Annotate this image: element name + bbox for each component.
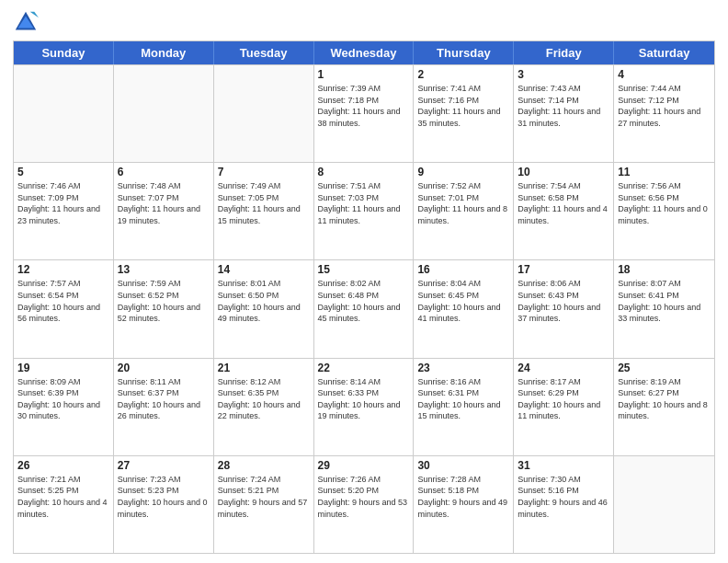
day-cell-empty [114,65,214,162]
day-info: Sunrise: 7:46 AM Sunset: 7:09 PM Dayligh… [17,180,109,226]
day-info: Sunrise: 7:56 AM Sunset: 6:56 PM Dayligh… [618,180,711,226]
week-row-1: 5Sunrise: 7:46 AM Sunset: 7:09 PM Daylig… [14,162,714,259]
day-cell-29: 29Sunrise: 7:26 AM Sunset: 5:20 PM Dayli… [314,456,415,553]
day-number: 1 [318,68,410,81]
day-info: Sunrise: 7:23 AM Sunset: 5:23 PM Dayligh… [118,474,210,520]
day-number: 16 [417,263,509,276]
day-number: 23 [417,362,509,374]
day-number: 21 [218,362,310,374]
day-number: 28 [218,459,310,472]
day-info: Sunrise: 7:59 AM Sunset: 6:52 PM Dayligh… [118,278,210,324]
day-info: Sunrise: 8:14 AM Sunset: 6:33 PM Dayligh… [318,376,410,422]
logo [13,9,42,35]
day-cell-15: 15Sunrise: 8:02 AM Sunset: 6:48 PM Dayli… [314,260,415,357]
day-number: 15 [318,263,410,276]
day-number: 30 [417,459,509,472]
day-cell-2: 2Sunrise: 7:41 AM Sunset: 7:16 PM Daylig… [414,65,514,162]
day-info: Sunrise: 7:49 AM Sunset: 7:05 PM Dayligh… [218,180,310,226]
day-cell-5: 5Sunrise: 7:46 AM Sunset: 7:09 PM Daylig… [14,163,114,259]
day-cell-1: 1Sunrise: 7:39 AM Sunset: 7:18 PM Daylig… [314,65,415,162]
day-info: Sunrise: 8:01 AM Sunset: 6:50 PM Dayligh… [218,278,310,324]
day-number: 13 [118,263,210,276]
day-number: 25 [618,362,711,374]
day-cell-9: 9Sunrise: 7:52 AM Sunset: 7:01 PM Daylig… [414,163,514,259]
day-cell-25: 25Sunrise: 8:19 AM Sunset: 6:27 PM Dayli… [614,359,714,455]
day-cell-16: 16Sunrise: 8:04 AM Sunset: 6:45 PM Dayli… [414,260,514,357]
day-cell-empty [14,65,114,162]
day-cell-12: 12Sunrise: 7:57 AM Sunset: 6:54 PM Dayli… [14,260,114,357]
day-number: 24 [518,362,609,374]
day-info: Sunrise: 7:21 AM Sunset: 5:25 PM Dayligh… [17,474,109,520]
day-cell-28: 28Sunrise: 7:24 AM Sunset: 5:21 PM Dayli… [214,456,314,553]
day-info: Sunrise: 8:17 AM Sunset: 6:29 PM Dayligh… [518,376,609,422]
weekday-header-monday: Monday [114,41,214,64]
day-number: 4 [618,68,711,81]
day-cell-27: 27Sunrise: 7:23 AM Sunset: 5:23 PM Dayli… [114,456,214,553]
day-info: Sunrise: 8:09 AM Sunset: 6:39 PM Dayligh… [17,376,109,422]
day-info: Sunrise: 7:26 AM Sunset: 5:20 PM Dayligh… [318,474,410,520]
day-number: 6 [118,166,210,178]
day-number: 22 [318,362,410,374]
day-number: 18 [618,263,711,276]
page: SundayMondayTuesdayWednesdayThursdayFrid… [0,0,728,563]
day-info: Sunrise: 8:02 AM Sunset: 6:48 PM Dayligh… [318,278,410,324]
day-cell-26: 26Sunrise: 7:21 AM Sunset: 5:25 PM Dayli… [14,456,114,553]
day-info: Sunrise: 7:24 AM Sunset: 5:21 PM Dayligh… [218,474,310,520]
day-cell-11: 11Sunrise: 7:56 AM Sunset: 6:56 PM Dayli… [614,163,714,259]
day-info: Sunrise: 8:11 AM Sunset: 6:37 PM Dayligh… [118,376,210,422]
weekday-header-friday: Friday [514,41,614,64]
day-cell-14: 14Sunrise: 8:01 AM Sunset: 6:50 PM Dayli… [214,260,314,357]
day-info: Sunrise: 7:30 AM Sunset: 5:16 PM Dayligh… [518,474,609,520]
calendar: SundayMondayTuesdayWednesdayThursdayFrid… [13,40,715,554]
day-cell-20: 20Sunrise: 8:11 AM Sunset: 6:37 PM Dayli… [114,359,214,455]
calendar-body: 1Sunrise: 7:39 AM Sunset: 7:18 PM Daylig… [14,64,714,553]
day-number: 7 [218,166,310,178]
day-cell-6: 6Sunrise: 7:48 AM Sunset: 7:07 PM Daylig… [114,163,214,259]
logo-icon [13,9,39,35]
day-info: Sunrise: 7:54 AM Sunset: 6:58 PM Dayligh… [518,180,609,226]
day-cell-3: 3Sunrise: 7:43 AM Sunset: 7:14 PM Daylig… [514,65,614,162]
day-cell-empty [614,456,714,553]
day-number: 29 [318,459,410,472]
weekday-header-wednesday: Wednesday [314,41,415,64]
day-info: Sunrise: 7:44 AM Sunset: 7:12 PM Dayligh… [618,83,711,129]
day-number: 12 [17,263,109,276]
day-number: 31 [518,459,609,472]
svg-marker-2 [30,12,39,18]
week-row-4: 26Sunrise: 7:21 AM Sunset: 5:25 PM Dayli… [14,455,714,553]
day-number: 26 [17,459,109,472]
day-cell-23: 23Sunrise: 8:16 AM Sunset: 6:31 PM Dayli… [414,359,514,455]
day-number: 2 [417,68,509,81]
day-info: Sunrise: 7:41 AM Sunset: 7:16 PM Dayligh… [417,83,509,129]
day-info: Sunrise: 7:43 AM Sunset: 7:14 PM Dayligh… [518,83,609,129]
day-cell-8: 8Sunrise: 7:51 AM Sunset: 7:03 PM Daylig… [314,163,415,259]
day-number: 20 [118,362,210,374]
day-number: 9 [417,166,509,178]
day-number: 10 [518,166,609,178]
weekday-header-saturday: Saturday [614,41,714,64]
day-number: 27 [118,459,210,472]
day-info: Sunrise: 8:12 AM Sunset: 6:35 PM Dayligh… [218,376,310,422]
week-row-2: 12Sunrise: 7:57 AM Sunset: 6:54 PM Dayli… [14,259,714,357]
day-number: 14 [218,263,310,276]
day-info: Sunrise: 7:52 AM Sunset: 7:01 PM Dayligh… [417,180,509,226]
week-row-0: 1Sunrise: 7:39 AM Sunset: 7:18 PM Daylig… [14,64,714,162]
day-cell-18: 18Sunrise: 8:07 AM Sunset: 6:41 PM Dayli… [614,260,714,357]
day-number: 3 [518,68,609,81]
day-number: 11 [618,166,711,178]
day-info: Sunrise: 7:28 AM Sunset: 5:18 PM Dayligh… [417,474,509,520]
day-number: 17 [518,263,609,276]
day-info: Sunrise: 7:48 AM Sunset: 7:07 PM Dayligh… [118,180,210,226]
day-cell-7: 7Sunrise: 7:49 AM Sunset: 7:05 PM Daylig… [214,163,314,259]
day-number: 8 [318,166,410,178]
calendar-header: SundayMondayTuesdayWednesdayThursdayFrid… [14,41,714,64]
header [13,9,715,35]
day-info: Sunrise: 8:19 AM Sunset: 6:27 PM Dayligh… [618,376,711,422]
week-row-3: 19Sunrise: 8:09 AM Sunset: 6:39 PM Dayli… [14,358,714,455]
day-info: Sunrise: 8:07 AM Sunset: 6:41 PM Dayligh… [618,278,711,324]
day-cell-4: 4Sunrise: 7:44 AM Sunset: 7:12 PM Daylig… [614,65,714,162]
day-cell-30: 30Sunrise: 7:28 AM Sunset: 5:18 PM Dayli… [414,456,514,553]
day-cell-24: 24Sunrise: 8:17 AM Sunset: 6:29 PM Dayli… [514,359,614,455]
day-info: Sunrise: 8:06 AM Sunset: 6:43 PM Dayligh… [518,278,609,324]
weekday-header-thursday: Thursday [414,41,514,64]
